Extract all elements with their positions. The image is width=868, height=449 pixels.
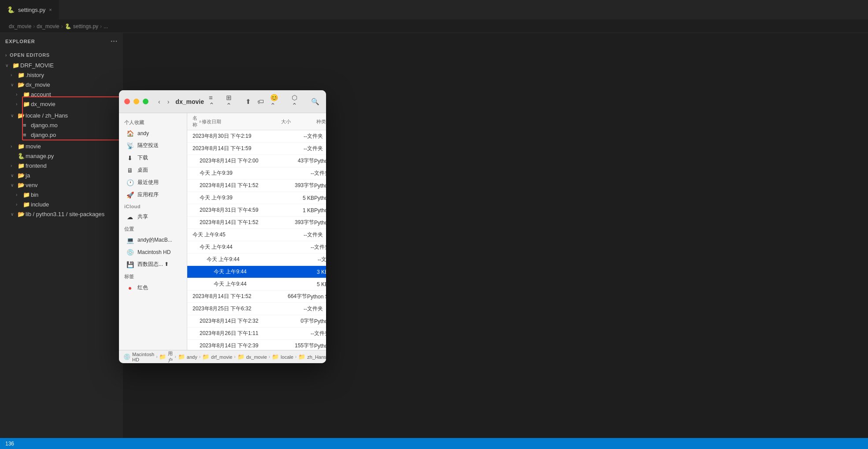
fm-apps-icon: 🚀 [126,191,134,199]
fm-row-movie-init-py[interactable]: 📄 __init__.py 2023年8月14日 下午2:32 0字节 Pyth… [187,315,326,328]
fm-sidebar-andy[interactable]: 🏠 andy [121,128,185,139]
fm-sidebar-airdrop[interactable]: 📡 隔空投送 [121,140,185,151]
fm-sidebar-macbook[interactable]: 💻 andy的MacB... [121,234,185,246]
sidebar-item-include[interactable]: › 📁 include [0,199,123,209]
fm-row-lc-messages[interactable]: ∨ 📂 LC_MESSAGES 今天 上午9:44 -- 文件夹 [187,254,326,266]
fm-section-icloud: iCloud [119,201,187,210]
history-label: .history [26,72,44,78]
fm-downloads-label: 下载 [137,154,148,162]
sidebar-item-django-po[interactable]: ≡ django.po [0,130,123,140]
fm-ssd-icon: 💾 [126,261,134,268]
fm-sidebar-downloads[interactable]: ⬇ 下载 [121,152,185,164]
fm-row-movie[interactable]: ∨ 📂 movie 2023年8月25日 下午6:32 -- 文件夹 [187,303,326,315]
fm-cell-admin-py-kind: Python Source [314,343,326,349]
fm-row-wsgi-py[interactable]: 📄 wsgi.py 2023年8月14日 下午1:52 393字节 Python… [187,217,326,229]
fm-cell-dx-movie-kind: 文件夹 [307,145,326,152]
fm-search-icon[interactable]: 🔍 [310,96,321,107]
fm-cell-init-py-mod: 2023年8月14日 下午2:00 [200,157,279,165]
fm-forward-button[interactable]: › [165,97,172,106]
include-folder-icon: 📁 [23,201,31,208]
fm-section-locations: 位置 [119,223,187,234]
fm-sidebar-desktop[interactable]: 🖥 桌面 [121,164,185,176]
fm-sidebar-ssd[interactable]: 💾 西数固态... ⬆ [121,258,185,270]
path-locale-icon: 📁 [272,353,279,360]
fm-tag-icon[interactable]: 🏷 [256,96,265,107]
dx-movie-sub-folder-icon: 📁 [23,101,31,107]
fm-hd-icon: 💿 [126,249,134,256]
sidebar-item-movie[interactable]: › 📁 movie [0,141,123,151]
fm-cell-urls-py-kind: Python Source [314,207,326,213]
fm-row-locale[interactable]: ∨ 📂 locale 今天 上午9:45 -- 文件夹 [187,229,326,241]
fm-action-icon[interactable]: 😊 ⌃ [269,92,287,111]
sidebar-item-account[interactable]: › 📁 account [0,89,123,99]
dx-movie-folder-icon: 📂 [18,81,26,88]
fm-row-django-mo[interactable]: 📄 django.mo 今天 上午9:44 3 KB 文稿 [187,266,326,278]
fm-desktop-label: 桌面 [137,166,148,174]
sidebar-item-venv[interactable]: ∨ 📂 venv [0,180,123,190]
manage-py-icon: 🐍 [18,153,26,159]
fm-row-settings-py[interactable]: 📄 settings.py 今天 上午9:39 5 KB Python Sour… [187,192,326,204]
fm-action2-icon[interactable]: ⬡ ⌃ [290,92,306,111]
fm-row-asgi-py[interactable]: 📄 asgi.py 2023年8月14日 下午1:52 393字节 Python… [187,180,326,192]
sidebar-item-history[interactable]: › 📁 .history [0,70,123,80]
fm-sidebar-macintosh-hd[interactable]: 💿 Macintosh HD [121,247,185,258]
sidebar-item-dx-movie-sub[interactable]: › 📁 dx_movie [0,99,123,109]
fm-row-dx-movie[interactable]: ∨ 📂 dx_movie 2023年8月14日 下午1:59 -- 文件夹 [187,143,326,155]
sidebar-more-button[interactable]: ··· [111,37,118,45]
fm-close-button[interactable] [124,99,130,104]
fm-desktop-icon: 🖥 [126,167,134,174]
fm-grid-view-icon[interactable]: ⊞ ⌃ [225,92,241,111]
fm-row-manage-py[interactable]: 📄 manage.py 2023年8月14日 下午1:52 664字节 Pyth… [187,291,326,303]
fm-cell-movie-init-py-size: 0字节 [279,317,314,325]
fm-hd-label: Macintosh HD [137,249,171,255]
breadcrumb-py-icon: 🐍 [65,23,71,29]
fm-row-init-py[interactable]: 📄 __init__.py 2023年8月14日 下午2:00 43字节 Pyt… [187,155,326,167]
history-arrow: › [11,73,18,77]
fm-share-icon[interactable]: ⬆ [244,96,252,107]
sidebar-item-manage-py[interactable]: 🐍 manage.py [0,151,123,161]
sidebar-item-lib[interactable]: ∨ 📂 lib / python3.11 / site-packages [0,209,123,219]
ja-arrow: ∨ [11,173,18,178]
fm-row-admin-py[interactable]: 📄 admin.py 2023年8月14日 下午2:39 155字节 Pytho… [187,340,326,350]
fm-row-django-po[interactable]: 🌐 django.po 今天 上午9:44 5 KB GNU G...ation… [187,278,326,291]
fm-row-urls-py[interactable]: 📄 urls.py 2023年8月31日 下午4:59 1 KB Python … [187,204,326,217]
movie-folder-icon: 📁 [18,143,26,150]
fm-row-pycache[interactable]: › 📁 __pycache__ 今天 上午9:39 -- 文件夹 [187,167,326,180]
django-po-icon: ≡ [23,132,31,138]
fm-row-movie-pycache[interactable]: › 📁 __pycache__ 2023年8月26日 下午1:11 -- 文件夹 [187,328,326,340]
path-users: 用户 [168,350,173,364]
open-editors-section[interactable]: › OPEN EDITORS [0,50,123,60]
settings-py-tab[interactable]: 🐍 settings.py × [0,0,59,19]
fm-cell-settings-py-mod: 今天 上午9:39 [200,194,279,202]
fm-cell-manage-py-mod: 2023年8月14日 下午1:52 [193,293,272,300]
sidebar-item-ja[interactable]: ∨ 📂 ja [0,170,123,180]
fm-shared-icon: ☁ [126,213,134,221]
sidebar-item-locale[interactable]: ∨ 📂 locale / zh_Hans [0,110,123,120]
locale-arrow: ∨ [11,113,18,118]
fm-cell-locale-mod: 今天 上午9:45 [193,231,272,239]
fm-sidebar-tag-red[interactable]: ● 红色 [121,282,185,294]
fm-row-zh-hans[interactable]: ∨ 📂 zh_Hans 今天 上午9:44 -- 文件夹 [187,241,326,254]
sidebar: EXPLORER ··· › OPEN EDITORS ∨ 📁 DRF_MOVI… [0,33,123,438]
fm-row-account[interactable]: › 📁 account 2023年8月30日 下午2:19 -- 文件夹 [187,130,326,143]
dx-movie-sub-label: dx_movie [31,101,56,107]
path-sep-4: › [234,354,235,359]
col-sort-arrow[interactable]: ∧ [199,119,202,124]
fm-sidebar-applications[interactable]: 🚀 应用程序 [121,189,185,201]
sidebar-item-frontend[interactable]: › 📁 frontend [0,161,123,170]
fm-cell-movie-kind: 文件夹 [307,305,326,313]
sidebar-item-bin[interactable]: › 📁 bin [0,190,123,199]
fm-sidebar-shared[interactable]: ☁ 共享 [121,211,185,223]
fm-sidebar-recents[interactable]: 🕐 最近使用 [121,177,185,188]
fm-back-button[interactable]: ‹ [156,97,163,106]
sidebar-item-django-mo[interactable]: ≡ django.mo [0,120,123,130]
fm-cell-asgi-py-size: 393字节 [279,182,314,189]
fm-list-view-icon[interactable]: ≡ ⌃ [208,92,221,110]
fm-minimize-button[interactable] [134,99,139,104]
col-name-label: 名称 [193,115,197,128]
fm-cell-lc-messages-kind: 文件夹 [321,256,326,263]
tree-root-drf-movie[interactable]: ∨ 📁 DRF_MOVIE [0,60,123,70]
tab-close-button[interactable]: × [49,7,52,12]
fm-zoom-button[interactable] [143,99,148,104]
sidebar-item-dx-movie[interactable]: ∨ 📂 dx_movie [0,80,123,89]
